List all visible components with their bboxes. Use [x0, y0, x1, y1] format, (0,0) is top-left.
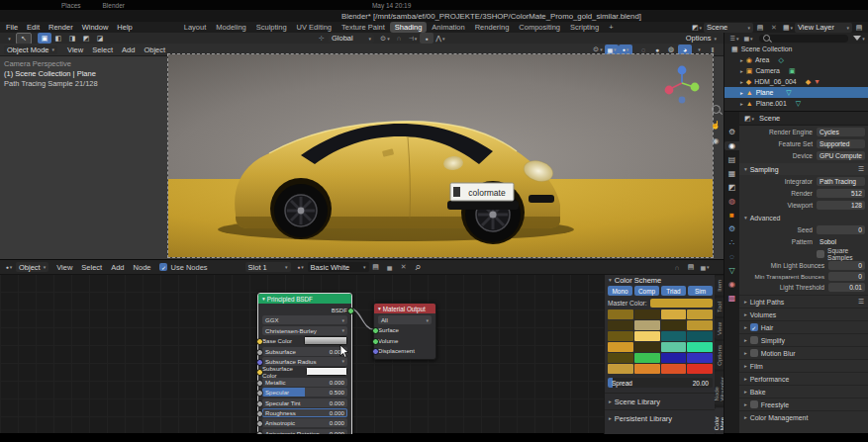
light-data-icon[interactable]: ◇: [778, 56, 783, 64]
workspace-tab-shading[interactable]: Shading: [390, 22, 428, 33]
pivot-point-icon[interactable]: ⊙▾: [378, 33, 392, 44]
base-color-socket[interactable]: [256, 338, 263, 345]
camera-data-icon[interactable]: ▣: [789, 67, 796, 75]
node-grid-dropdown-icon[interactable]: ▦▾: [698, 262, 712, 273]
device-dropdown[interactable]: GPU Compute: [817, 151, 865, 160]
shader-menu-node[interactable]: Node: [134, 263, 151, 272]
persistent-library-panel[interactable]: ▸ Persistent Library: [605, 412, 716, 424]
zoom-icon[interactable]: [712, 105, 721, 114]
motion-blur-checkbox[interactable]: [750, 349, 758, 357]
subsurface-color-input[interactable]: Subsurface Color: [262, 367, 347, 376]
displacement-socket[interactable]: [372, 348, 379, 355]
expand-icon[interactable]: ▸: [740, 57, 743, 63]
camera-view-icon[interactable]: ◉: [713, 136, 720, 145]
square-samples-checkbox[interactable]: [817, 250, 824, 258]
new-material-icon[interactable]: ▦: [383, 262, 397, 273]
object-data-tab-icon[interactable]: ▽: [728, 266, 734, 275]
shader-menu-view[interactable]: View: [56, 263, 72, 272]
outliner-display-mode-icon[interactable]: ☰▾: [727, 33, 741, 44]
expand-icon[interactable]: ▸: [740, 101, 743, 107]
workspace-tab-modeling[interactable]: Modeling: [211, 22, 250, 33]
preset-menu-icon[interactable]: ☰: [858, 165, 864, 173]
workspace-tab-rendering[interactable]: Rendering: [470, 22, 515, 33]
render-samples-field[interactable]: 512: [817, 189, 865, 198]
workspace-tab-compositing[interactable]: Compositing: [514, 22, 565, 33]
shader-menu-add[interactable]: Add: [111, 263, 124, 272]
viewport-menu-add[interactable]: Add: [122, 45, 135, 54]
shader-menu-select[interactable]: Select: [81, 263, 102, 272]
expand-icon[interactable]: ▸: [740, 79, 743, 85]
node-collapse-icon[interactable]: ▾: [378, 306, 381, 311]
render-pause-icon[interactable]: ‖: [706, 44, 720, 55]
editor-type-dropdown-icon[interactable]: ▾: [2, 33, 16, 44]
color-scheme-panel-header[interactable]: ▾ Color Scheme: [605, 274, 716, 286]
palette-swatch[interactable]: [608, 320, 633, 330]
freestyle-panel[interactable]: ▸ Freestyle: [739, 398, 868, 410]
material-name-field[interactable]: Basic White: [308, 262, 369, 272]
specular-tint-socket[interactable]: [256, 400, 263, 407]
pan-hand-icon[interactable]: ☝: [711, 121, 721, 130]
mesh-data-icon[interactable]: ▽: [796, 100, 801, 108]
subsurface-color-swatch[interactable]: [306, 367, 347, 376]
select-mode-extend-icon[interactable]: ◧: [51, 33, 65, 44]
subsurface-method-dropdown[interactable]: Christensen-Burley▾: [262, 326, 347, 335]
breadcrumb-scene-icon[interactable]: ◩▾: [742, 113, 756, 124]
palette-swatch[interactable]: [687, 331, 713, 341]
palette-swatch[interactable]: [661, 320, 687, 330]
view-layer-tab-icon[interactable]: ▦: [728, 169, 736, 178]
add-workspace-button[interactable]: +: [604, 22, 618, 33]
palette-swatch[interactable]: [687, 309, 713, 319]
output-tab-icon[interactable]: ▤: [728, 155, 736, 164]
shading-dropdown-icon[interactable]: ▾: [692, 44, 706, 55]
min-light-bounces-field[interactable]: 0: [828, 261, 865, 270]
spread-slider[interactable]: Spread 20.00: [608, 378, 713, 388]
physics-tab-icon[interactable]: ◌: [729, 252, 734, 261]
viewport-menu-view[interactable]: View: [67, 45, 83, 54]
palette-swatch[interactable]: [608, 309, 633, 319]
shader-editor-type-icon[interactable]: ●▾: [2, 262, 16, 273]
surface-socket[interactable]: [372, 327, 379, 334]
new-scene-icon[interactable]: ▤: [753, 22, 767, 33]
pattern-dropdown[interactable]: Sobol: [817, 237, 865, 246]
shading-wireframe-icon[interactable]: ◌: [636, 44, 650, 55]
options-dropdown[interactable]: Options: [683, 34, 720, 44]
master-color-swatch[interactable]: [650, 299, 713, 308]
roughness-socket[interactable]: [256, 410, 263, 417]
palette-swatch[interactable]: [687, 353, 713, 363]
proportional-falloff-icon[interactable]: ⋀▾: [434, 33, 447, 44]
palette-swatch[interactable]: [687, 320, 713, 330]
palette-swatch[interactable]: [661, 364, 687, 374]
render-engine-dropdown[interactable]: Cycles: [817, 128, 865, 136]
volume-socket[interactable]: [372, 338, 379, 345]
tab-color-mate[interactable]: Color Mate: [715, 407, 723, 434]
menu-help[interactable]: Help: [117, 23, 132, 32]
distribution-dropdown[interactable]: GGX▾: [262, 315, 347, 324]
output-target-dropdown[interactable]: All▾: [378, 315, 432, 324]
mesh-data-icon[interactable]: ▽: [786, 89, 791, 97]
particles-tab-icon[interactable]: ∴: [729, 238, 734, 247]
world-tab-icon[interactable]: ◍: [728, 197, 735, 206]
base-color-swatch[interactable]: [304, 336, 347, 345]
palette-swatch[interactable]: [634, 331, 660, 341]
palette-swatch[interactable]: [608, 331, 633, 341]
shading-rendered-icon[interactable]: ◕: [678, 44, 692, 55]
transform-orientation-dropdown[interactable]: Global: [329, 34, 374, 44]
node-collapse-icon[interactable]: ▾: [262, 296, 265, 302]
palette-swatch[interactable]: [608, 353, 633, 363]
surface-input[interactable]: Surface: [378, 325, 432, 334]
principled-bsdf-node[interactable]: ▾ Principled BSDF BSDF GGX▾ Christensen-…: [257, 293, 352, 434]
light-paths-panel[interactable]: ▸ Light Paths ☰: [739, 295, 868, 308]
workspace-tab-layout[interactable]: Layout: [179, 22, 212, 33]
specular-input[interactable]: Specular0.500: [262, 388, 347, 397]
min-transparent-bounces-field[interactable]: 0: [828, 272, 865, 281]
show-overlays-icon[interactable]: ●▾: [619, 44, 632, 55]
viewport-samples-field[interactable]: 128: [817, 201, 865, 210]
roughness-input[interactable]: Roughness0.000: [262, 408, 347, 417]
simplify-panel[interactable]: ▸ Simplify: [739, 333, 868, 346]
performance-panel[interactable]: ▸ Performance: [739, 372, 868, 385]
workspace-tab-uv-editing[interactable]: UV Editing: [292, 22, 337, 33]
workspace-tab-texture-paint[interactable]: Texture Paint: [337, 22, 390, 33]
palette-swatch[interactable]: [634, 353, 660, 363]
principled-node-header[interactable]: ▾ Principled BSDF: [258, 294, 351, 304]
viewport-3d[interactable]: Object Mode View Select Add Object ⊙▾ ▦▾…: [0, 44, 723, 259]
